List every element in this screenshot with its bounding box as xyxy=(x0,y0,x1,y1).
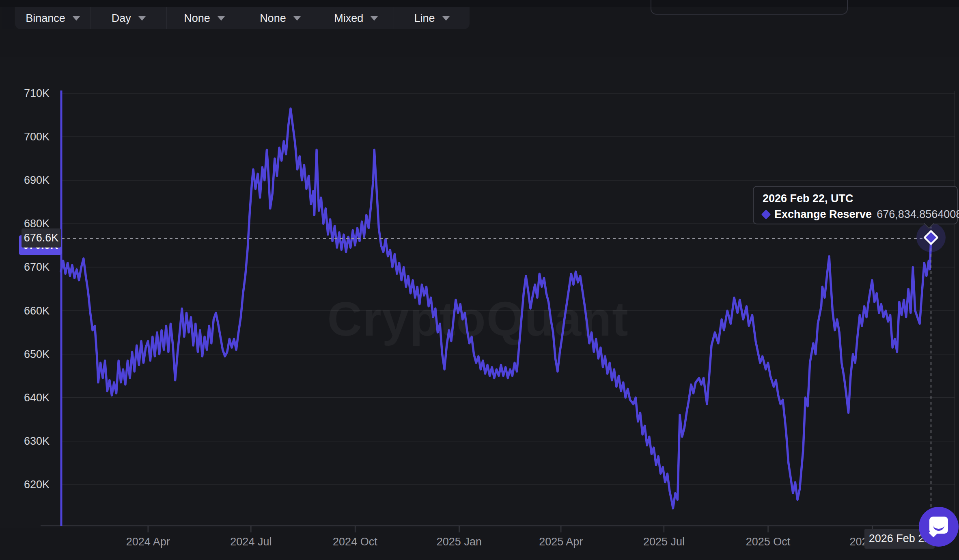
chat-bubble-icon xyxy=(929,517,948,534)
tooltip-row: Exchange Reserve 676,834.85640089 xyxy=(763,208,948,221)
crosshair-y-label: 676.6K xyxy=(22,228,61,248)
tooltip-series-name: Exchange Reserve xyxy=(774,208,872,221)
intercom-chat-button[interactable] xyxy=(919,507,959,547)
hover-tooltip: 2026 Feb 22, UTC Exchange Reserve 676,83… xyxy=(753,186,958,224)
tooltip-date: 2026 Feb 22, UTC xyxy=(763,192,948,205)
tooltip-series-value: 676,834.85640089 xyxy=(877,208,959,221)
series-diamond-icon xyxy=(761,209,771,219)
chart-page: Binance Day None None Mixed Line Price U… xyxy=(0,0,959,560)
chart-plot-area[interactable]: CryptoQuant xyxy=(0,0,959,560)
chat-smile-icon xyxy=(933,523,944,531)
